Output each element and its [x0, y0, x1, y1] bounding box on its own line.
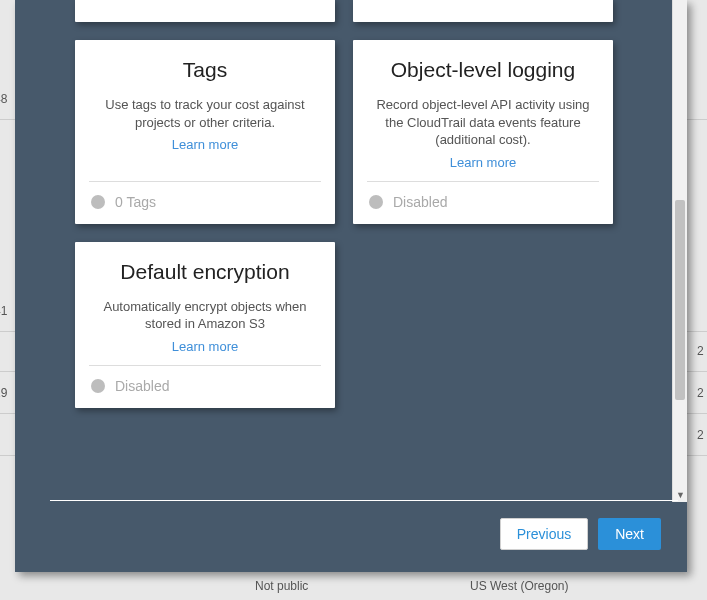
status-text: Disabled: [393, 194, 447, 210]
status-dot-icon: [369, 195, 383, 209]
card-default-encryption[interactable]: Default encryption Automatically encrypt…: [75, 242, 335, 408]
wizard-footer-buttons: Previous Next: [500, 518, 661, 550]
status-dot-icon: [91, 379, 105, 393]
bg-cell: 29: [0, 386, 7, 400]
learn-more-link[interactable]: Learn more: [172, 137, 238, 152]
card-peek-right[interactable]: [353, 0, 613, 22]
bg-cell: 48: [0, 92, 7, 106]
card-peek-left[interactable]: [75, 0, 335, 22]
card-title: Object-level logging: [369, 58, 597, 82]
status-text: Disabled: [115, 378, 169, 394]
status-text: 0 Tags: [115, 194, 156, 210]
bg-cell: 2: [697, 428, 707, 442]
learn-more-link[interactable]: Learn more: [450, 155, 516, 170]
scrollbar[interactable]: ▼: [672, 0, 687, 502]
scrollbar-thumb[interactable]: [675, 200, 685, 400]
card-description: Record object-level API activity using t…: [369, 96, 597, 149]
card-description: Automatically encrypt objects when store…: [91, 298, 319, 333]
property-cards: Tags Use tags to track your cost against…: [15, 0, 672, 428]
wizard-modal: Tags Use tags to track your cost against…: [15, 0, 687, 572]
card-description: Use tags to track your cost against proj…: [91, 96, 319, 131]
learn-more-link[interactable]: Learn more: [172, 339, 238, 354]
bg-cell: 41: [0, 304, 7, 318]
next-button[interactable]: Next: [598, 518, 661, 550]
status-dot-icon: [91, 195, 105, 209]
bg-footer: Not public US West (Oregon): [0, 572, 707, 600]
card-title: Default encryption: [91, 260, 319, 284]
card-object-level-logging[interactable]: Object-level logging Record object-level…: [353, 40, 613, 224]
bg-cell: 2: [697, 386, 707, 400]
card-title: Tags: [91, 58, 319, 82]
previous-button[interactable]: Previous: [500, 518, 588, 550]
scroll-pane: Tags Use tags to track your cost against…: [15, 0, 672, 572]
bg-footer-region: US West (Oregon): [470, 579, 568, 593]
card-tags[interactable]: Tags Use tags to track your cost against…: [75, 40, 335, 224]
bg-footer-public: Not public: [255, 579, 308, 593]
divider: [50, 500, 678, 501]
bg-cell: 2: [697, 344, 707, 358]
